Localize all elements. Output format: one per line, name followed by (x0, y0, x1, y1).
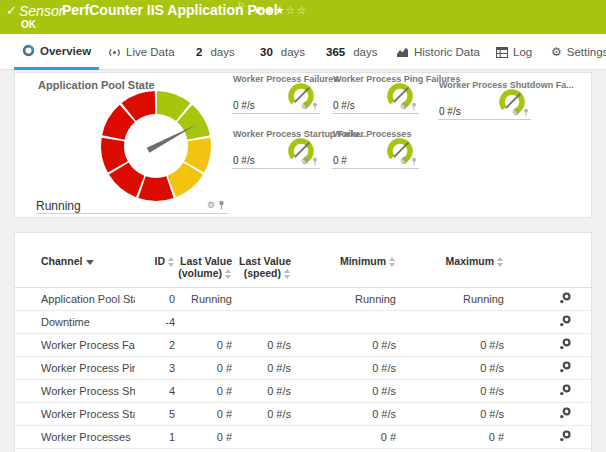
tab-2-days[interactable]: 2days (196, 34, 235, 70)
sensor-status-text: OK (21, 19, 36, 30)
cell-actions (504, 426, 593, 449)
cell-channel: Worker Process Ping Fa... (15, 357, 135, 380)
cell-actions (504, 288, 593, 311)
cell-channel: Worker Processes (15, 426, 135, 449)
cell-minimum: 0 #/s (291, 380, 396, 403)
channel-settings-wrench-icon[interactable] (559, 384, 571, 396)
table-row[interactable]: Worker Process Shutdo... 4 0 # 0 #/s 0 #… (15, 380, 593, 403)
column-header-label: Channel (41, 255, 82, 267)
column-header-label: Minimum (340, 255, 386, 267)
channel-gear-icon[interactable]: ⚙ (301, 157, 309, 166)
column-header-label: Maximum (446, 255, 494, 267)
mini-gauge-worker-process-ping-failures: Worker Process Ping Failures 0 #/s ⚙ (332, 74, 419, 114)
channel-gear-icon[interactable]: ⚙ (301, 102, 309, 111)
column-header-last-value-speed[interactable]: Last Value (speed) (232, 243, 291, 288)
tab-historic-data-label: Historic Data (414, 46, 480, 58)
column-header-id[interactable]: ID (135, 243, 175, 288)
channel-settings-wrench-icon[interactable] (559, 292, 571, 304)
cell-last-value-volume (175, 311, 232, 334)
mini-gauge-worker-process-startup-failures: Worker Process Startup Failu... 0 #/s ⚙ (232, 129, 320, 169)
column-header-maximum[interactable]: Maximum (396, 243, 504, 288)
cell-minimum (291, 311, 396, 334)
tab-log[interactable]: Log (496, 34, 532, 70)
cell-actions (504, 311, 593, 334)
channel-table-panel: Channel ID Last Value (volume) Last Valu… (14, 232, 592, 452)
cell-id: 1 (135, 426, 175, 449)
cell-last-value-speed: 0 #/s (232, 357, 291, 380)
pin-icon[interactable] (411, 102, 417, 111)
channel-settings-wrench-icon[interactable] (559, 361, 571, 373)
cell-maximum: 0 # (396, 426, 504, 449)
table-row[interactable]: Worker Process Failures 2 0 # 0 #/s 0 #/… (15, 334, 593, 357)
gauges-panel: Application Pool State Running ⚙ Worker … (14, 72, 592, 218)
tab-30-days[interactable]: 30days (260, 34, 305, 70)
cell-last-value-speed (232, 288, 291, 311)
sort-icon (225, 269, 232, 279)
sort-caret-icon (86, 260, 94, 265)
cell-minimum: 0 # (291, 426, 396, 449)
column-header-label: ID (155, 255, 166, 267)
mini-gauge-value: 0 #/s (233, 155, 255, 166)
historic-data-icon (396, 46, 409, 58)
channel-settings-wrench-icon[interactable] (559, 338, 571, 350)
table-row[interactable]: Application Pool State 0 Running Running… (15, 288, 593, 311)
pin-icon[interactable] (218, 200, 225, 210)
mini-gauge-worker-processes: Worker Processes 0 # ⚙ (332, 129, 419, 169)
tab-365-days-number: 365 (326, 46, 345, 58)
cell-actions (504, 403, 593, 426)
cell-channel: Worker Process Failures (15, 334, 135, 357)
channel-settings-wrench-icon[interactable] (559, 430, 571, 442)
table-header-row: Channel ID Last Value (volume) Last Valu… (15, 243, 593, 288)
channel-gear-icon[interactable]: ⚙ (400, 102, 408, 111)
tab-2-days-label: days (210, 46, 234, 58)
channel-gear-icon[interactable]: ⚙ (400, 157, 408, 166)
cell-last-value-speed (232, 426, 291, 449)
cell-channel: Application Pool State (15, 288, 135, 311)
channel-table: Channel ID Last Value (volume) Last Valu… (15, 243, 593, 449)
column-header-actions (504, 243, 593, 288)
channel-gear-icon[interactable]: ⚙ (512, 108, 520, 117)
mini-gauge-worker-process-shutdown-failures: Worker Process Shutdown Fa... 0 #/s ⚙ (438, 80, 531, 120)
tab-overview-label: Overview (40, 45, 91, 57)
tab-settings[interactable]: ⚙ Settings (551, 34, 606, 70)
cell-actions (504, 380, 593, 403)
table-row[interactable]: Worker Process Startup... 5 0 # 0 #/s 0 … (15, 403, 593, 426)
pin-icon[interactable] (523, 108, 529, 117)
table-row[interactable]: Downtime -4 (15, 311, 593, 334)
cell-id: 0 (135, 288, 175, 311)
stars-empty: ☆☆ (286, 4, 308, 16)
channel-settings-wrench-icon[interactable] (559, 315, 571, 327)
log-icon (496, 47, 508, 58)
column-header-channel[interactable]: Channel (15, 243, 135, 288)
tab-settings-label: Settings (567, 46, 606, 58)
sensor-header: ✓ Sensor PerfCounter IIS Application Poo… (0, 0, 606, 34)
pin-icon[interactable] (312, 102, 318, 111)
sort-icon (497, 257, 504, 267)
tab-365-days[interactable]: 365days (326, 34, 377, 70)
pin-icon[interactable] (312, 157, 318, 166)
column-header-minimum[interactable]: Minimum (291, 243, 396, 288)
channel-gear-icon[interactable]: ⚙ (207, 201, 215, 210)
column-header-last-value-volume[interactable]: Last Value (volume) (175, 243, 232, 288)
cell-maximum: Running (396, 288, 504, 311)
tab-30-days-number: 30 (260, 46, 273, 58)
pin-icon[interactable] (411, 157, 417, 166)
tab-overview[interactable]: Overview (14, 34, 99, 70)
table-row[interactable]: Worker Processes 1 0 # 0 # 0 # (15, 426, 593, 449)
channel-settings-wrench-icon[interactable] (559, 407, 571, 419)
tab-live-data[interactable]: Live Data (108, 34, 175, 70)
overview-content: Application Pool State Running ⚙ Worker … (0, 70, 606, 452)
priority-stars[interactable]: ★★★☆☆ (253, 4, 307, 17)
status-ok-check-icon: ✓ (6, 3, 17, 18)
cell-maximum: 0 #/s (396, 380, 504, 403)
cell-actions (504, 357, 593, 380)
cell-last-value-volume: 0 # (175, 403, 232, 426)
application-pool-state-gauge[interactable] (98, 88, 214, 204)
table-row[interactable]: Worker Process Ping Fa... 3 0 # 0 #/s 0 … (15, 357, 593, 380)
cell-id: 5 (135, 403, 175, 426)
tab-historic-data[interactable]: Historic Data (396, 34, 480, 70)
tab-30-days-label: days (281, 46, 305, 58)
cell-last-value-volume: 0 # (175, 426, 232, 449)
tab-2-days-number: 2 (196, 46, 202, 58)
cell-minimum: 0 #/s (291, 357, 396, 380)
